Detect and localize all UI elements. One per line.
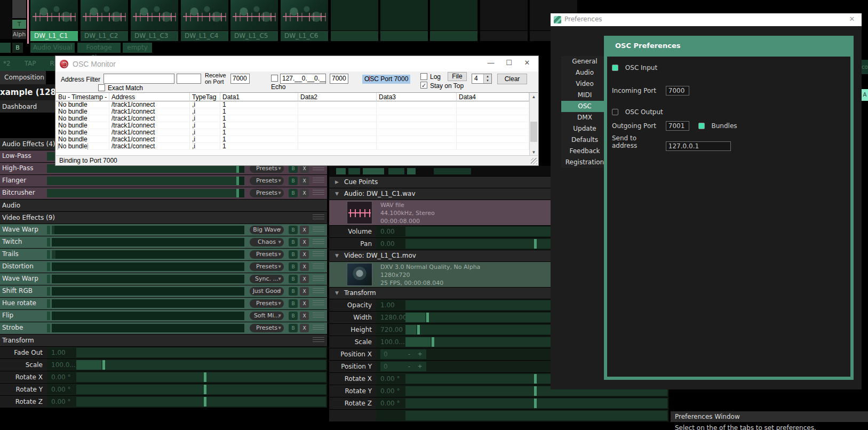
preset-dropdown[interactable]: Presets▼ xyxy=(250,250,284,259)
preferences-tab-audio[interactable]: Audio xyxy=(561,67,608,78)
osc-input-checkbox[interactable] xyxy=(612,65,618,71)
clip-name[interactable]: DW_L1_C3 xyxy=(131,31,178,41)
remove-effect-button[interactable]: X xyxy=(300,189,309,197)
effect-slider-chip[interactable] xyxy=(47,312,50,320)
preset-dropdown[interactable]: Presets▼ xyxy=(250,299,284,308)
preferences-tab-registration[interactable]: Registration xyxy=(561,157,608,168)
scroll-up-icon[interactable]: ▲ xyxy=(530,93,538,101)
echo-checkbox[interactable] xyxy=(271,75,278,82)
property-value[interactable]: 100.0... xyxy=(380,336,405,348)
clip-thumbnail[interactable] xyxy=(281,0,328,30)
table-row[interactable]: No bundle/track1/connect,i1 xyxy=(56,108,529,115)
effect-slider[interactable] xyxy=(52,250,244,259)
close-button[interactable]: ✕ xyxy=(518,56,536,70)
preset-dropdown[interactable]: Just Good▼ xyxy=(250,287,284,296)
clip-thumbnail[interactable] xyxy=(430,0,477,30)
effect-slider-chip[interactable] xyxy=(47,250,50,259)
clip-cell-blank[interactable] xyxy=(480,0,528,41)
echo-ip-input[interactable]: 127.__0.__0.__1 xyxy=(280,74,326,84)
preferences-tab-update[interactable]: Update xyxy=(561,123,608,134)
bypass-button[interactable]: B xyxy=(289,189,298,197)
table-column-header[interactable]: TypeTag xyxy=(190,93,220,101)
clip-name[interactable]: DW_L1_C5 xyxy=(230,31,278,41)
drag-handle-icon[interactable] xyxy=(313,178,324,184)
bypass-button[interactable]: B xyxy=(289,312,298,320)
effect-row[interactable]: Trails Presets▼ B X xyxy=(0,249,327,260)
clip-cell-empty[interactable] xyxy=(380,0,428,41)
effect-row[interactable]: Strobe Presets▼ B X xyxy=(0,322,327,334)
close-icon[interactable]: ✕ xyxy=(847,15,857,23)
osc-output-checkbox[interactable] xyxy=(612,109,618,115)
effect-slider-chip[interactable] xyxy=(47,226,50,234)
effect-row[interactable]: Shift RGB Just Good▼ B X xyxy=(0,285,327,297)
clip-name[interactable]: DW_L1_C6 xyxy=(281,31,328,41)
drag-handle-icon[interactable] xyxy=(313,190,324,196)
preset-dropdown[interactable]: Soft Mi...▼ xyxy=(250,312,284,320)
log-checkbox[interactable] xyxy=(420,73,427,80)
record-button-fragment[interactable]: co xyxy=(862,60,868,74)
clip-thumbnail[interactable] xyxy=(81,0,128,30)
clip-cell[interactable]: DW_L1_C3 xyxy=(131,0,178,41)
decrement-button[interactable]: - xyxy=(405,351,413,358)
remove-effect-button[interactable]: X xyxy=(300,250,309,259)
clip-cell[interactable]: DW_L1_C1 xyxy=(30,0,78,41)
property-stepper[interactable]: 0 - + xyxy=(380,349,426,359)
echo-port-input[interactable]: 7000 xyxy=(330,74,348,84)
maximize-button[interactable]: ☐ xyxy=(500,56,518,70)
remove-effect-button[interactable]: X xyxy=(300,238,309,246)
remove-effect-button[interactable]: X xyxy=(300,312,309,320)
property-value[interactable]: 0.00 ° xyxy=(51,396,71,408)
table-row[interactable]: No bundle/track1/connect,i1 xyxy=(56,143,529,150)
transport-button[interactable]: TAP xyxy=(25,56,36,71)
clip-name[interactable] xyxy=(380,31,428,41)
bypass-button[interactable]: B xyxy=(289,324,298,332)
effect-row[interactable]: Flanger Presets▼ B X xyxy=(0,175,327,187)
chevron-down-icon[interactable]: ▼ xyxy=(335,250,339,261)
property-value[interactable]: 0.00 ° xyxy=(380,397,400,409)
property-slider[interactable] xyxy=(76,360,326,370)
property-value[interactable]: 1280.00 xyxy=(380,312,407,323)
remove-effect-button[interactable]: X xyxy=(300,275,309,283)
clip-thumbnail[interactable] xyxy=(331,0,378,30)
property-slider[interactable] xyxy=(76,385,326,394)
effect-slider[interactable] xyxy=(52,262,244,271)
effect-row[interactable]: Wave Warp Big Wave▼ B X xyxy=(0,224,327,236)
effect-slider-chip[interactable] xyxy=(47,287,50,296)
incoming-port-input[interactable]: 7000 xyxy=(666,86,689,95)
drag-handle-icon[interactable] xyxy=(313,300,324,307)
layer-t-button[interactable]: T xyxy=(12,20,26,29)
drag-handle-icon[interactable] xyxy=(313,325,324,331)
effect-slider[interactable] xyxy=(52,312,244,320)
table-column-header[interactable]: Data2 xyxy=(298,93,377,101)
preset-dropdown[interactable]: Big Wave▼ xyxy=(250,226,284,234)
clip-name[interactable] xyxy=(480,31,528,41)
effect-slider-chip[interactable] xyxy=(47,299,50,308)
remove-effect-button[interactable]: X xyxy=(300,177,309,185)
resize-grip[interactable] xyxy=(531,158,537,164)
effect-slider-chip[interactable] xyxy=(47,262,50,271)
bypass-button[interactable]: B xyxy=(289,226,298,234)
audio-section-header[interactable]: Audio xyxy=(0,200,327,212)
increment-button[interactable]: + xyxy=(416,351,424,358)
preset-dropdown[interactable]: Presets▼ xyxy=(250,177,284,185)
drag-handle-icon[interactable] xyxy=(313,251,324,258)
property-value[interactable]: 1.00 xyxy=(380,299,395,311)
preferences-tab-video[interactable]: Video xyxy=(561,78,608,90)
bypass-button[interactable]: B xyxy=(289,287,298,296)
clip-cell[interactable]: DW_L1_C4 xyxy=(181,0,228,41)
bundles-checkbox[interactable] xyxy=(698,123,705,129)
transform-header[interactable]: Transform xyxy=(0,335,327,347)
chevron-down-icon[interactable]: ▼ xyxy=(335,288,339,299)
layer-alpha-button[interactable]: Alph xyxy=(12,30,26,39)
remove-effect-button[interactable]: X xyxy=(300,226,309,234)
preferences-tab-feedback[interactable]: Feedback xyxy=(561,146,608,157)
outgoing-port-input[interactable]: 7001 xyxy=(666,121,689,131)
clip-cell-empty[interactable] xyxy=(331,0,378,41)
remove-effect-button[interactable]: X xyxy=(300,299,309,308)
remove-effect-button[interactable]: X xyxy=(300,262,309,271)
preferences-tab-general[interactable]: General xyxy=(561,56,608,67)
table-row[interactable]: No bundle/track1/connect,i1 xyxy=(56,101,529,108)
property-value[interactable]: 0.00 ° xyxy=(380,373,400,385)
clip-name[interactable] xyxy=(331,31,378,41)
clip-name[interactable] xyxy=(430,31,477,41)
